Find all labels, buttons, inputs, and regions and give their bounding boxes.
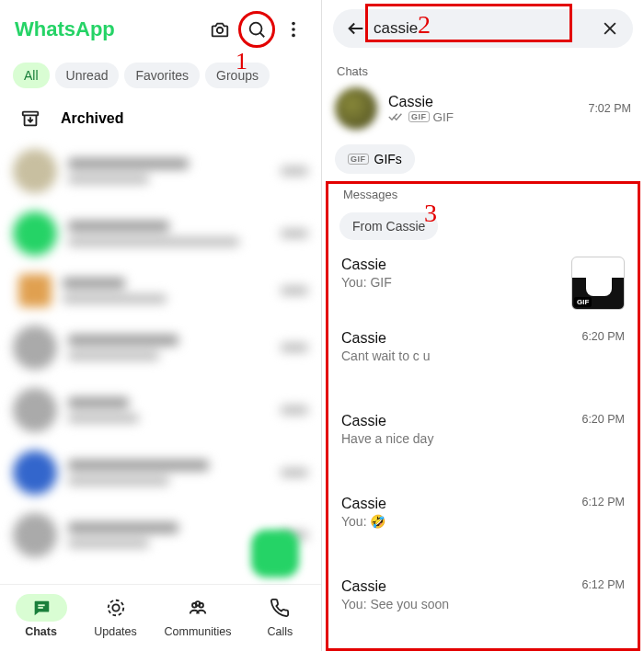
- annotation-3: 3: [424, 199, 437, 228]
- gifs-filter-chip[interactable]: GIF GIFs: [335, 144, 415, 174]
- svg-point-10: [112, 604, 119, 611]
- close-icon: [601, 19, 619, 38]
- message-preview: You: See you soon: [341, 597, 572, 611]
- search-bar: [333, 9, 633, 48]
- message-preview: Have a nice day: [341, 431, 572, 446]
- tab-calls[interactable]: Calls: [254, 594, 305, 638]
- svg-point-11: [108, 600, 123, 616]
- search-icon: [247, 19, 267, 40]
- chat-list-pane: WhatsApp 1 All Unread Favorites Groups A…: [0, 0, 322, 651]
- chat-result-name: Cassie: [388, 94, 577, 110]
- search-input[interactable]: [374, 19, 592, 38]
- svg-point-3: [292, 22, 295, 26]
- more-vertical-icon: [283, 19, 304, 40]
- filter-favorites[interactable]: Favorites: [124, 63, 200, 88]
- gif-badge-icon: GIF: [408, 111, 430, 122]
- chat-result-row[interactable]: Cassie GIF GIF 7:02 PM: [322, 80, 644, 137]
- svg-rect-6: [23, 112, 39, 116]
- message-preview: You: GIF: [341, 275, 562, 290]
- arrow-left-icon: [346, 18, 366, 39]
- archived-label: Archived: [61, 110, 123, 127]
- message-result-row[interactable]: CassieYou: See you soon6:12 PM: [328, 567, 638, 650]
- tab-chats[interactable]: Chats: [16, 594, 67, 638]
- chats-icon: [31, 598, 52, 618]
- communities-icon: [187, 598, 209, 618]
- message-result-row[interactable]: CassieYou: 🤣6:12 PM: [328, 485, 638, 567]
- chats-section-label: Chats: [322, 57, 644, 80]
- message-time: 6:12 PM: [581, 496, 625, 558]
- search-button[interactable]: [238, 11, 275, 48]
- read-ticks-icon: [388, 111, 403, 122]
- chat-result-subtitle: GIF GIF: [388, 110, 577, 124]
- message-sender: Cassie: [341, 578, 572, 595]
- tab-chats-label: Chats: [25, 625, 57, 638]
- message-sender: Cassie: [341, 413, 572, 429]
- svg-point-14: [196, 601, 201, 606]
- camera-icon: [210, 19, 230, 40]
- message-time: 6:12 PM: [581, 578, 625, 641]
- calls-icon: [270, 598, 290, 618]
- avatar: [335, 87, 377, 130]
- message-result-row[interactable]: CassieHave a nice day6:20 PM: [328, 402, 638, 485]
- brand-logo: WhatsApp: [15, 17, 115, 41]
- filter-all[interactable]: All: [13, 63, 50, 88]
- new-chat-fab[interactable]: [251, 530, 299, 577]
- message-preview: You: 🤣: [341, 514, 572, 529]
- filter-chips: All Unread Favorites Groups: [0, 59, 321, 97]
- back-button[interactable]: [339, 11, 374, 46]
- messages-section-label: Messages: [328, 184, 638, 203]
- bottom-nav: Chats Updates Communities Calls: [0, 584, 321, 651]
- tab-communities[interactable]: Communities: [165, 594, 232, 638]
- message-sender: Cassie: [341, 330, 572, 347]
- blurred-chat-list: [0, 140, 321, 584]
- search-bar-container: [322, 0, 644, 57]
- messages-list: CassieYou: GIFGIFCassieCant wait to c u6…: [328, 246, 638, 650]
- gif-thumbnail: GIF: [571, 257, 625, 310]
- message-time: 6:20 PM: [581, 330, 625, 393]
- svg-point-4: [292, 28, 295, 31]
- message-preview: Cant wait to c u: [341, 348, 572, 363]
- svg-point-5: [292, 34, 295, 38]
- clear-search-button[interactable]: [592, 11, 627, 46]
- messages-section: 3 Messages From Cassie CassieYou: GIFGIF…: [326, 181, 640, 651]
- tab-updates-label: Updates: [94, 625, 137, 638]
- svg-point-0: [217, 28, 223, 33]
- camera-button[interactable]: [201, 11, 238, 48]
- message-sender: Cassie: [341, 496, 572, 512]
- more-button[interactable]: [275, 11, 312, 48]
- search-results-pane: Chats Cassie GIF GIF 7:02 PM GIF GIFs 3 …: [322, 0, 644, 651]
- tab-communities-label: Communities: [165, 625, 232, 638]
- left-header: WhatsApp: [0, 0, 321, 59]
- message-sender: Cassie: [341, 257, 562, 273]
- annotation-1: 1: [236, 48, 247, 75]
- gif-badge-icon: GIF: [348, 154, 369, 165]
- tab-calls-label: Calls: [268, 625, 293, 638]
- message-result-row[interactable]: CassieYou: GIFGIF: [328, 246, 638, 319]
- message-time: 6:20 PM: [581, 413, 625, 475]
- filter-unread[interactable]: Unread: [55, 63, 120, 88]
- message-result-row[interactable]: CassieCant wait to c u6:20 PM: [328, 319, 638, 402]
- updates-icon: [106, 598, 126, 618]
- header-actions: [201, 11, 312, 48]
- chat-result-time: 7:02 PM: [588, 102, 631, 115]
- archive-icon: [20, 108, 40, 129]
- archived-row[interactable]: Archived: [0, 97, 321, 140]
- tab-updates[interactable]: Updates: [90, 594, 142, 638]
- svg-point-1: [250, 23, 262, 35]
- svg-line-2: [260, 33, 265, 38]
